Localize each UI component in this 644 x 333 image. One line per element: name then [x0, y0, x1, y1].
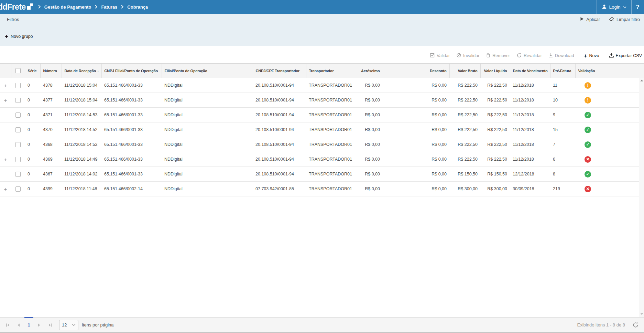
first-page-button[interactable]	[2, 318, 13, 332]
cell-desconto: R$ 0,00	[383, 182, 449, 196]
validation-success-icon: ✓	[585, 127, 591, 133]
table-row[interactable]: 0436811/12/2018 14:5265.151.466/0001-33N…	[0, 137, 644, 152]
row-checkbox[interactable]	[15, 83, 21, 88]
cell-serie: 0	[25, 137, 40, 152]
cell-data_recepcao: 11/12/2018 14:52	[62, 137, 101, 152]
login-label: Login	[609, 4, 621, 10]
cell-desconto: R$ 0,00	[383, 167, 449, 182]
row-checkbox[interactable]	[15, 172, 21, 177]
row-checkbox[interactable]	[15, 98, 21, 103]
column-header-cnpj-filial[interactable]: CNPJ Filial/Ponto de Operação	[101, 64, 162, 78]
cell-select	[11, 108, 25, 122]
clear-filter-button[interactable]: Limpar filtro	[609, 17, 640, 22]
next-page-button[interactable]	[34, 318, 45, 332]
cell-select	[11, 167, 25, 182]
cell-data_recepcao: 11/12/2018 14:49	[62, 152, 101, 167]
column-header-data-recepcao[interactable]: Data de Recepção↓	[62, 64, 101, 78]
column-header-numero[interactable]: Número	[40, 64, 62, 78]
page-number-current[interactable]: 1	[24, 318, 34, 332]
scroll-down-icon[interactable]	[639, 313, 644, 316]
cell-cnpj_transportador: 20.108.510/0001-94	[253, 78, 306, 93]
cell-validacao: !	[575, 78, 639, 93]
cell-pre_fatura: 15	[550, 122, 575, 137]
column-header-acrescimo[interactable]: Acréscimo	[355, 64, 383, 78]
cell-valor_liquido: R$ 222,50	[480, 122, 510, 137]
breadcrumb-cobranca[interactable]: Cobrança	[127, 4, 148, 10]
breadcrumb-gestao-de-pagamento[interactable]: Gestão de Pagamento	[44, 4, 91, 10]
column-header-desconto[interactable]: Desconto	[383, 64, 449, 78]
help-button[interactable]: ?	[632, 0, 644, 14]
cell-acrescimo: R$ 0,00	[355, 137, 383, 152]
cell-data_recepcao: 11/12/2018 15:04	[62, 78, 101, 93]
table-header-row: Série Número Data de Recepção↓ CNPJ Fili…	[0, 64, 644, 78]
column-header-pre-fatura[interactable]: Pré-Fatura	[550, 64, 575, 78]
select-all-checkbox[interactable]	[15, 68, 21, 73]
cell-filial: NDDigital	[162, 78, 253, 93]
cell-data_recepcao: 11/12/2018 14:02	[62, 167, 101, 182]
cell-valor_bruto: R$ 222,50	[449, 93, 480, 108]
cell-select	[11, 182, 25, 196]
cell-transportador: TRANSPORTADOR01	[306, 93, 355, 108]
row-checkbox[interactable]	[15, 157, 21, 162]
login-menu[interactable]: Login	[597, 0, 632, 14]
table-row[interactable]: +0439911/12/2018 11:4865.151.466/0002-14…	[0, 182, 644, 196]
download-button[interactable]: Download	[549, 53, 574, 58]
column-header-data-vencimento[interactable]: Data de Vencimento	[510, 64, 550, 78]
cell-serie: 0	[25, 167, 40, 182]
column-header-valor-bruto[interactable]: Valor Bruto	[449, 64, 480, 78]
validate-button[interactable]: Validar	[430, 53, 450, 58]
cell-valor_bruto: R$ 222,50	[449, 78, 480, 93]
row-checkbox[interactable]	[15, 127, 21, 132]
column-header-validacao[interactable]: Validação	[575, 64, 639, 78]
expand-row-icon[interactable]: +	[4, 97, 7, 103]
remove-button[interactable]: Remover	[486, 53, 510, 58]
scroll-up-icon[interactable]	[639, 79, 644, 82]
filters-header: Filtros Aplicar Limpar filtro	[0, 14, 644, 25]
revalidate-button[interactable]: Revalidar	[517, 53, 542, 59]
column-header-serie[interactable]: Série	[25, 64, 40, 78]
validate-label: Validar	[437, 53, 450, 58]
new-button[interactable]: + Novo	[583, 53, 599, 59]
export-csv-button[interactable]: Exportar CSV	[609, 53, 642, 59]
table-row[interactable]: +0437711/12/2018 15:0465.151.466/0001-33…	[0, 93, 644, 108]
new-group-button[interactable]: + Novo grupo	[5, 33, 33, 39]
column-header-filial[interactable]: Filial/Ponto de Operação	[162, 64, 253, 78]
cell-filial: NDDigital	[162, 93, 253, 108]
column-header-cnpj-transportador[interactable]: CNPJ/CPF Transportador	[253, 64, 306, 78]
row-checkbox[interactable]	[15, 186, 21, 192]
table-row[interactable]: 0437011/12/2018 14:5265.151.466/0001-33N…	[0, 122, 644, 137]
cell-valor_liquido: R$ 150,50	[480, 167, 510, 182]
refresh-button[interactable]	[633, 322, 638, 328]
checkbox-check-icon	[430, 53, 435, 58]
expand-row-icon[interactable]: +	[4, 186, 7, 192]
cell-validacao: ✕	[575, 182, 639, 196]
table-row[interactable]: 0436711/12/2018 14:0265.151.466/0001-33N…	[0, 167, 644, 182]
export-download-icon	[609, 53, 614, 59]
row-checkbox[interactable]	[15, 142, 21, 147]
cell-cnpj_transportador: 20.108.510/0001-94	[253, 108, 306, 122]
table-row[interactable]: 0437111/12/2018 14:5365.151.466/0001-33N…	[0, 108, 644, 122]
breadcrumb-faturas[interactable]: Faturas	[101, 4, 117, 10]
previous-page-button[interactable]	[13, 318, 24, 332]
cell-numero: 4371	[40, 108, 62, 122]
table-row[interactable]: +0436911/12/2018 14:4965.151.466/0001-33…	[0, 152, 644, 167]
table-row[interactable]: +0437811/12/2018 15:0465.151.466/0001-33…	[0, 78, 644, 93]
filters-title: Filtros	[7, 17, 19, 22]
sort-descending-icon: ↓	[97, 68, 99, 73]
expand-row-icon[interactable]: +	[4, 83, 7, 88]
expand-row-icon[interactable]: +	[4, 157, 7, 162]
vertical-scrollbar[interactable]	[639, 78, 644, 317]
row-checkbox[interactable]	[15, 112, 21, 118]
export-csv-label: Exportar CSV	[616, 53, 642, 58]
validation-warning-icon: !	[585, 82, 591, 89]
last-page-button[interactable]	[45, 318, 56, 332]
apply-filter-button[interactable]: Aplicar	[580, 17, 600, 22]
cell-serie: 0	[25, 122, 40, 137]
column-header-transportador[interactable]: Transportador	[306, 64, 355, 78]
column-header-valor-liquido[interactable]: Valor Líquido	[480, 64, 510, 78]
cell-select	[11, 152, 25, 167]
page-size-select[interactable]: 12	[59, 320, 78, 330]
cell-cnpj_filial: 65.151.466/0001-33	[101, 108, 162, 122]
app-logo[interactable]: ddFrete	[0, 3, 33, 11]
invalidate-button[interactable]: Invalidar	[457, 53, 479, 58]
